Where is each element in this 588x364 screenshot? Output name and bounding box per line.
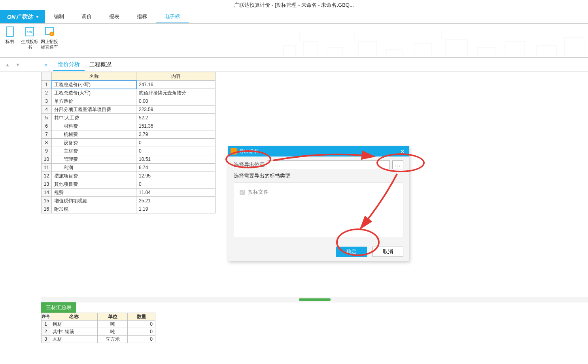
menu-adjust[interactable]: 调价 xyxy=(73,10,100,23)
cell-name[interactable]: 管理费 xyxy=(52,155,136,164)
cell-value[interactable]: 247.16 xyxy=(136,81,216,89)
type-label: 选择需要导出的标书类型 xyxy=(234,172,403,179)
collapse-chevron-icon[interactable]: « xyxy=(44,62,47,68)
location-input[interactable] xyxy=(267,160,390,169)
brand-label: 广联达 xyxy=(16,13,33,21)
cell-name[interactable]: 单方造价 xyxy=(52,97,136,106)
table-row[interactable]: 6 材料费151.35 xyxy=(42,122,216,130)
cell-name[interactable]: 措施项目费 xyxy=(52,172,136,180)
location-label: 选择导出位置 xyxy=(234,161,267,168)
cell-name[interactable]: 主材费 xyxy=(52,147,136,155)
row-number: 12 xyxy=(42,172,52,180)
dialog-app-icon xyxy=(231,148,237,155)
ribbon-label: 生成投标书 xyxy=(20,39,40,50)
cell-name[interactable]: 其中:人工费 xyxy=(52,114,136,122)
cell-value[interactable]: 2.79 xyxy=(136,130,216,139)
row-number: 8 xyxy=(42,139,52,147)
table-row[interactable]: 15增值税销项税额25.21 xyxy=(42,197,216,205)
cell-name[interactable]: 利润 xyxy=(52,164,136,172)
table-row[interactable]: 5其中:人工费52.2 xyxy=(42,114,216,122)
cell-name[interactable]: 规费 xyxy=(52,189,136,197)
table-row[interactable]: 8 设备费0 xyxy=(42,139,216,147)
subtab-cost-analysis[interactable]: 造价分析 xyxy=(53,58,85,71)
document-icon xyxy=(4,26,15,37)
table-row[interactable]: 9 主材费0 xyxy=(42,147,216,155)
row-number: 6 xyxy=(42,122,52,130)
table-row[interactable]: 12措施项目费12.95 xyxy=(42,172,216,180)
row-number: 10 xyxy=(42,155,52,164)
cell-name[interactable]: 工程总造价(小写) xyxy=(52,81,136,89)
cell-value[interactable]: 223.59 xyxy=(136,106,216,114)
row-number: 7 xyxy=(42,130,52,139)
cell-value[interactable]: 1.19 xyxy=(136,205,216,213)
ribbon-label: 标书 xyxy=(6,39,14,44)
export-dialog: 导出标书 ✕ 选择导出位置 ... 选择需要导出的标书类型 投标文件 确定 取消 xyxy=(228,146,409,213)
close-icon[interactable]: ✕ xyxy=(399,148,406,155)
browse-button[interactable]: ... xyxy=(392,160,403,169)
cell-name[interactable]: 机械费 xyxy=(52,130,136,139)
checkbox-bid-doc[interactable] xyxy=(240,190,245,195)
cost-analysis-table[interactable]: 名称 内容 1工程总造价(小写)247.162工程总造价(大写)贰佰肆拾柒元壹角… xyxy=(41,72,216,213)
table-row[interactable]: 4分部分项工程量清单项目费223.59 xyxy=(42,106,216,114)
cell-value[interactable]: 贰佰肆拾柒元壹角陆分 xyxy=(136,89,216,97)
cell-value[interactable]: 0.00 xyxy=(136,97,216,106)
col-name-header[interactable]: 名称 xyxy=(52,72,136,81)
cell-name[interactable]: 设备费 xyxy=(52,139,136,147)
table-row[interactable]: 16附加税1.19 xyxy=(42,205,216,213)
cell-value[interactable]: 0 xyxy=(136,139,216,147)
nav-down-icon[interactable]: ▼ xyxy=(14,61,21,68)
cell-value[interactable]: 11.04 xyxy=(136,189,216,197)
cell-name[interactable]: 附加税 xyxy=(52,205,136,213)
row-number: 11 xyxy=(42,164,52,172)
option-label: 投标文件 xyxy=(248,189,268,196)
brand-logo-text: ON xyxy=(7,14,15,20)
table-row[interactable]: 13其他项目费0 xyxy=(42,180,216,189)
menu-compile[interactable]: 编制 xyxy=(45,10,73,23)
cell-name[interactable]: 增值税销项税额 xyxy=(52,197,136,205)
ribbon-generate-bid[interactable]: XML 生成投标书 xyxy=(20,24,40,57)
cell-name[interactable]: 分部分项工程量清单项目费 xyxy=(52,106,136,114)
subtab-project-overview[interactable]: 工程概况 xyxy=(85,59,116,71)
cell-name[interactable]: 其他项目费 xyxy=(52,180,136,189)
dialog-titlebar[interactable]: 导出标书 ✕ xyxy=(228,146,409,157)
cell-value[interactable]: 25.21 xyxy=(136,197,216,205)
menu-report[interactable]: 报表 xyxy=(100,10,128,23)
ribbon-biddoc[interactable]: 标书 xyxy=(0,24,20,57)
menu-ebid[interactable]: 电子标 xyxy=(156,10,189,23)
menubar: ON 广联达 ▾ 编制 调价 报表 指标 电子标 xyxy=(0,10,588,24)
table-row[interactable]: 10 管理费10.51 xyxy=(42,155,216,164)
table-row[interactable]: 1工程总造价(小写)247.16 xyxy=(42,81,216,89)
table-row[interactable]: 7 机械费2.79 xyxy=(42,130,216,139)
nav-up-icon[interactable]: ▲ xyxy=(4,61,11,68)
cell-value[interactable]: 10.51 xyxy=(136,155,216,164)
menu-index[interactable]: 指标 xyxy=(128,10,156,23)
ribbon: 标书 XML 生成投标书 网上招投标直通车 xyxy=(0,24,588,58)
cell-value[interactable]: 151.35 xyxy=(136,122,216,130)
dialog-title: 导出标书 xyxy=(239,148,258,155)
cell-value[interactable]: 52.2 xyxy=(136,114,216,122)
cell-value[interactable]: 0 xyxy=(136,147,216,155)
table-row[interactable]: 14规费11.04 xyxy=(42,189,216,197)
brand-dropdown[interactable]: ON 广联达 ▾ xyxy=(0,10,45,23)
row-number: 4 xyxy=(42,106,52,114)
xml-document-icon: XML xyxy=(24,26,35,37)
ribbon-label: 网上招投标直通车 xyxy=(40,39,59,50)
option-bid-doc[interactable]: 投标文件 xyxy=(240,189,397,196)
table-row[interactable]: 2工程总造价(大写)贰佰肆拾柒元壹角陆分 xyxy=(42,89,216,97)
svg-rect-0 xyxy=(6,27,13,36)
table-row[interactable]: 11 利润6.74 xyxy=(42,164,216,172)
cell-value[interactable]: 12.95 xyxy=(136,172,216,180)
cell-value[interactable]: 0 xyxy=(136,180,216,189)
row-number: 3 xyxy=(42,97,52,106)
row-number: 9 xyxy=(42,147,52,155)
caret-down-icon: ▾ xyxy=(36,15,38,19)
cell-name[interactable]: 工程总造价(大写) xyxy=(52,89,136,97)
table-row[interactable]: 3单方造价0.00 xyxy=(42,97,216,106)
col-value-header[interactable]: 内容 xyxy=(136,72,216,81)
row-number: 5 xyxy=(42,114,52,122)
cell-name[interactable]: 材料费 xyxy=(52,122,136,130)
window-titlebar: 广联达预算计价 - [投标管理 - 未命名 - 未命名.GBQ... xyxy=(0,0,588,10)
sub-toolbar: ▲ ▼ « 造价分析 工程概况 xyxy=(0,58,588,72)
cell-value[interactable]: 6.74 xyxy=(136,164,216,172)
ribbon-online-bid[interactable]: 网上招投标直通车 xyxy=(40,24,59,57)
